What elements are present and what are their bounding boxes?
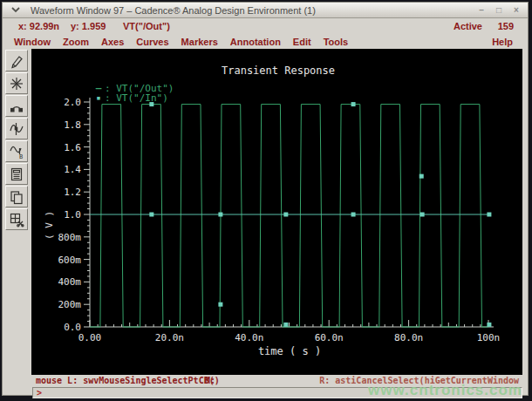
menu-zoom[interactable]: Zoom xyxy=(57,37,95,47)
svg-text:1.6: 1.6 xyxy=(64,142,81,153)
probe-pen-icon[interactable] xyxy=(5,50,28,71)
menu-markers[interactable]: Markers xyxy=(175,37,224,47)
watermark-text: www.cntronics.com xyxy=(368,382,522,399)
plot-canvas[interactable]: Transient Response –: VT("/Out") ▪: VT("… xyxy=(31,49,522,375)
svg-text:100n: 100n xyxy=(477,332,501,343)
minimize-button[interactable]: – xyxy=(475,4,488,16)
waveform-window: Waveform Window 97 – Cadence® Analog Des… xyxy=(2,2,529,396)
svg-text:2.0: 2.0 xyxy=(64,97,81,108)
svg-text:1.8: 1.8 xyxy=(64,119,81,131)
window-title: Waveform Window 97 – Cadence® Analog Des… xyxy=(31,5,316,16)
menu-annotation[interactable]: Annotation xyxy=(224,37,287,47)
svg-text:60.0n: 60.0n xyxy=(315,332,344,343)
svg-text:40.0n: 40.0n xyxy=(235,332,263,343)
maximize-button[interactable]: □ xyxy=(493,4,505,16)
active-trace-readout: VT("/Out") xyxy=(123,21,170,31)
copy-window-icon[interactable] xyxy=(5,186,28,207)
svg-text:1.2: 1.2 xyxy=(64,187,81,198)
close-button[interactable]: × xyxy=(510,4,522,16)
zoom-star-icon[interactable] xyxy=(5,72,28,94)
prompt-caret: > xyxy=(37,388,42,398)
calculator-icon[interactable] xyxy=(5,163,28,185)
active-label: Active xyxy=(454,21,482,31)
mouse-left-binding: mouse L: swvMouseSingleSelectPtCB() xyxy=(36,376,220,385)
svg-text:200m: 200m xyxy=(58,299,82,310)
cursor-x-readout: x: 92.99n xyxy=(18,21,59,31)
info-bar: x: 92.99n y: 1.959 VT("/Out") Active 159 xyxy=(3,18,528,34)
menu-edit[interactable]: Edit xyxy=(287,37,317,47)
window-menu-chevron-icon[interactable] xyxy=(8,4,24,17)
mouse-middle-binding: M: xyxy=(205,376,215,385)
svg-text:400m: 400m xyxy=(58,276,82,288)
cursor-y-readout: y: 1.959 xyxy=(71,21,106,31)
svg-text:1.0: 1.0 xyxy=(64,209,81,221)
y-axis-label: ( V ) xyxy=(44,211,55,240)
menu-bar: Window Zoom Axes Curves Markers Annotati… xyxy=(3,34,528,49)
title-bar: Waveform Window 97 – Cadence® Analog Des… xyxy=(3,3,528,18)
menu-curves[interactable]: Curves xyxy=(130,37,174,47)
left-toolbar: B xyxy=(3,49,31,375)
x-axis-label: time ( s ) xyxy=(258,345,321,357)
menu-help[interactable]: Help xyxy=(486,37,519,47)
menu-tools[interactable]: Tools xyxy=(317,37,355,47)
window-frame-right xyxy=(515,49,528,375)
menu-axes[interactable]: Axes xyxy=(95,37,130,47)
svg-text:1.4: 1.4 xyxy=(64,164,81,175)
pan-arc-icon[interactable] xyxy=(5,95,28,117)
svg-text:20.0n: 20.0n xyxy=(155,332,184,343)
svg-text:B: B xyxy=(19,153,23,160)
waveform-plot[interactable]: 0.0020.0n40.0n60.0n80.0n100n0.0200m400m6… xyxy=(31,49,522,375)
cut-window-icon[interactable] xyxy=(5,208,28,230)
svg-text:800m: 800m xyxy=(58,232,82,243)
waveform-b-icon[interactable]: B xyxy=(5,140,28,162)
marker-waveform-icon[interactable] xyxy=(5,118,28,139)
svg-text:0.00: 0.00 xyxy=(78,332,102,343)
menu-window[interactable]: Window xyxy=(8,37,57,47)
svg-text:80.0n: 80.0n xyxy=(394,332,423,343)
svg-text:0.0: 0.0 xyxy=(64,322,81,333)
svg-text:600m: 600m xyxy=(58,255,82,266)
active-count: 159 xyxy=(498,21,514,31)
main-area: B Transient Response –: VT("/Out") ▪: VT… xyxy=(3,49,528,375)
